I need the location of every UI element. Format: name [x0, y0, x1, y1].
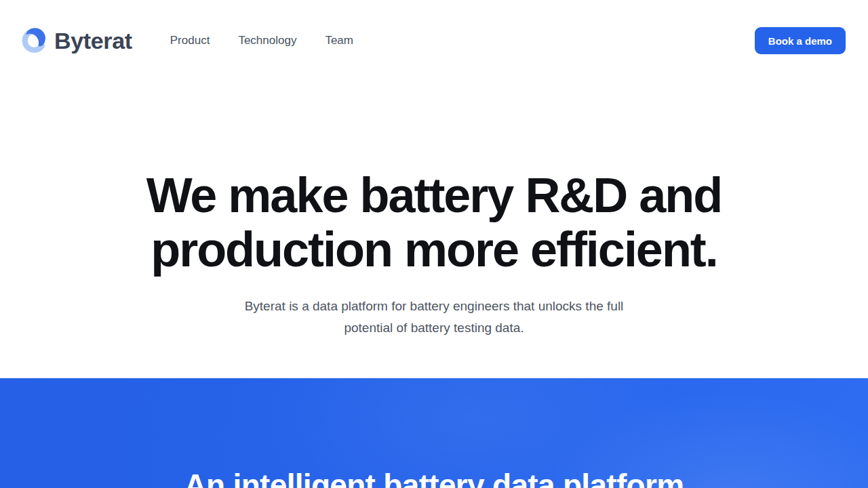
byterat-landing-page: Byterat Product Technology Team Book a d… [0, 0, 868, 488]
main-nav: Product Technology Team [170, 34, 353, 47]
nav-link-team[interactable]: Team [325, 34, 353, 47]
hero-subtitle: Byterat is a data platform for battery e… [219, 296, 650, 339]
nav-link-technology[interactable]: Technology [238, 34, 296, 47]
book-a-demo-button[interactable]: Book a demo [755, 27, 846, 54]
hero-section: We make battery R&D and production more … [0, 81, 868, 339]
byterat-logo[interactable]: Byterat [20, 25, 132, 56]
hero-heading-line-1: We make battery R&D and [0, 168, 868, 222]
platform-section: An intelligent battery data platform [0, 378, 868, 488]
platform-heading: An intelligent battery data platform [0, 466, 868, 488]
hero-heading: We make battery R&D and production more … [0, 168, 868, 277]
header: Byterat Product Technology Team Book a d… [0, 0, 868, 81]
hero-heading-line-2: production more efficient. [0, 222, 868, 277]
nav-link-product[interactable]: Product [170, 34, 210, 47]
byterat-logo-text: Byterat [54, 28, 132, 54]
byterat-logo-icon [20, 25, 49, 56]
